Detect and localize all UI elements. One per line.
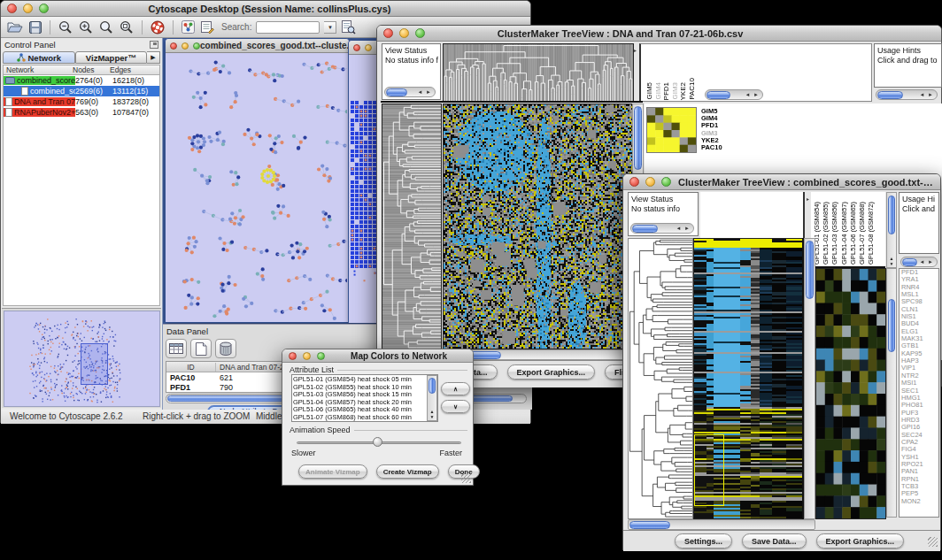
close-button[interactable] (7, 4, 17, 13)
minimize-button[interactable] (23, 4, 33, 13)
global-v-scrollbar[interactable] (804, 238, 815, 519)
column-label[interactable]: GPL51-04 (GSM857) (840, 202, 849, 265)
scroll-arrows-icon[interactable] (887, 256, 896, 266)
heatmap-canvas[interactable] (443, 104, 633, 349)
network-canvas[interactable] (166, 53, 347, 322)
save-session-button[interactable] (28, 20, 42, 35)
column-label[interactable]: GPL51-08 (GSM872) (867, 202, 876, 265)
panel-arrow-icon[interactable] (634, 47, 637, 53)
attribute-item[interactable]: GPL51-02 (GSM855) heat shock 10 min (293, 384, 426, 392)
overview-thumbnail[interactable] (4, 311, 160, 407)
create-attribute-button[interactable] (190, 339, 212, 358)
search-input[interactable] (256, 21, 320, 34)
attribute-browser-button[interactable] (341, 19, 357, 35)
network-row[interactable]: DNA and Tran 07 769(0) 183728(0) (4, 96, 159, 107)
close-button[interactable] (629, 177, 639, 187)
help-lifesaver-button[interactable] (150, 19, 166, 35)
animation-speed-slider[interactable] (297, 437, 461, 448)
gene-label[interactable]: PAC10 (701, 144, 722, 151)
float-panel-icon[interactable] (150, 41, 158, 49)
column-label[interactable]: GIM5 (645, 82, 654, 100)
minimize-button[interactable] (181, 42, 189, 50)
vizmapper-nodes-button[interactable] (181, 19, 196, 35)
maximize-button[interactable] (415, 28, 425, 38)
treeview-button[interactable]: Export Graphics... (816, 533, 905, 548)
usage-hints-scrollbar[interactable] (900, 257, 938, 267)
column-dendrogram-canvas[interactable] (443, 43, 634, 102)
select-attributes-button[interactable] (166, 339, 187, 358)
attribute-item[interactable]: GPL51-01 (GSM854) heat shock 05 min (293, 376, 426, 384)
scroll-arrows-icon[interactable] (417, 89, 435, 95)
cytoscape-titlebar[interactable]: Cytoscape Desktop (Session Name: collins… (1, 1, 530, 17)
minimize-button[interactable] (303, 352, 311, 360)
network-row[interactable]: combined_sco 2569(6) 13112(15) (4, 86, 159, 96)
close-button[interactable] (383, 28, 393, 38)
gene-label[interactable]: MON2 (901, 498, 938, 505)
move-up-button[interactable] (441, 382, 470, 395)
treeview-button[interactable]: Settings... (675, 533, 732, 548)
view-status-scrollbar[interactable] (630, 223, 694, 234)
column-label[interactable]: PAC10 (688, 78, 697, 100)
zoom-out-button[interactable] (58, 19, 73, 35)
zoom-v-scrollbar[interactable] (886, 268, 897, 518)
tab-vizmapper[interactable]: VizMapper™ (75, 51, 148, 64)
minimize-button[interactable] (399, 28, 409, 38)
move-down-button[interactable] (441, 400, 470, 413)
labels-v-scrollbar[interactable] (886, 192, 897, 268)
column-label[interactable]: GPL51-03 (GSM856) (830, 202, 839, 265)
resize-grip[interactable] (461, 473, 471, 483)
zoom-in-button[interactable] (78, 19, 94, 35)
maximize-button[interactable] (661, 177, 671, 187)
column-label[interactable]: GPL51-07 (GSM868) (858, 202, 867, 265)
tab-overflow-button[interactable] (147, 51, 160, 64)
minimize-button[interactable] (645, 177, 655, 187)
attribute-item[interactable]: GPL51-07 (GSM868) heat shock 60 min (293, 414, 426, 422)
attribute-item[interactable]: GPL51-04 (GSM857) heat shock 20 min (293, 399, 426, 407)
minimize-button[interactable] (365, 44, 372, 51)
row-dendrogram-canvas[interactable] (628, 238, 693, 519)
column-label[interactable]: PFD1 (662, 82, 671, 100)
open-session-button[interactable] (6, 20, 24, 35)
close-button[interactable] (170, 42, 177, 50)
maximize-button[interactable] (317, 352, 325, 360)
dialog-button[interactable]: Animate Vizmap (298, 464, 367, 479)
maximize-button[interactable] (193, 42, 200, 50)
network-row[interactable]: combined_scores 2764(0) 16218(0) (4, 75, 159, 86)
close-button[interactable] (289, 352, 297, 360)
attribute-list-scrollbar[interactable] (427, 375, 437, 421)
row-dendrogram-canvas[interactable] (382, 104, 442, 350)
column-label[interactable]: GIM4 (654, 82, 663, 100)
view-status-scrollbar[interactable] (384, 87, 436, 97)
annotation-button[interactable] (200, 19, 215, 35)
attribute-item[interactable]: GPL51-06 (GSM865) heat shock 40 min (293, 406, 426, 414)
delete-attribute-button[interactable] (215, 339, 236, 358)
network-row[interactable]: RNAPuberNov2+ 563(0) 107847(0) (4, 107, 159, 118)
maximize-button[interactable] (39, 4, 49, 13)
zoom-fit-button[interactable] (98, 19, 114, 35)
scroll-arrows-icon[interactable] (919, 259, 937, 265)
resize-grip[interactable] (928, 537, 938, 547)
treeview-button[interactable]: Export Graphics... (507, 364, 596, 380)
correlation-heatmap-canvas[interactable] (646, 107, 697, 153)
slider-thumb[interactable] (373, 437, 382, 447)
dialog-button[interactable]: Create Vizmap (376, 464, 439, 479)
global-heatmap-canvas[interactable] (693, 238, 804, 519)
treeview2-titlebar[interactable]: ClusterMaker TreeView : combined_scores_… (623, 174, 940, 190)
treeview1-titlebar[interactable]: ClusterMaker TreeView : DNA and Tran 07-… (377, 26, 941, 42)
column-label[interactable]: GPL51-02 (GSM855) (822, 202, 830, 265)
scroll-arrows-icon[interactable] (676, 226, 693, 231)
column-label[interactable]: GIM3 (671, 82, 680, 100)
scroll-arrows-icon[interactable] (428, 409, 436, 419)
zoom-selected-button[interactable] (119, 19, 135, 35)
column-label[interactable]: YKE2 (679, 82, 688, 100)
search-dropdown-button[interactable] (324, 21, 336, 34)
treeview-button[interactable]: Save Data... (742, 533, 807, 548)
dialog-titlebar[interactable]: Map Colors to Network (282, 349, 473, 363)
attribute-item[interactable]: GPL51-03 (GSM856) heat shock 15 min (293, 391, 426, 399)
usage-hints-scrollbar[interactable] (876, 89, 938, 100)
zoom-heatmap-canvas[interactable] (815, 268, 886, 519)
column-label[interactable]: GPL51-06 (GSM865) (849, 202, 858, 265)
labels-scrollbar[interactable] (705, 89, 763, 100)
panel-arrow-icon[interactable] (807, 196, 809, 202)
scroll-arrows-icon[interactable] (745, 92, 762, 97)
